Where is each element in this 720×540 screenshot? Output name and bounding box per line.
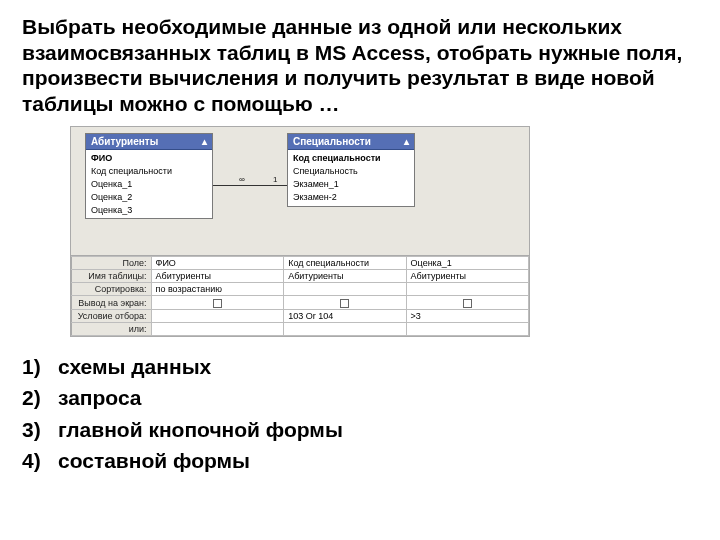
field: Экзамен-2	[288, 191, 414, 204]
table-title-1: Абитуриенты ▴	[86, 134, 212, 150]
checkbox-icon	[340, 299, 349, 308]
row-label-show: Вывод на экран:	[72, 296, 152, 309]
query-grid: Поле: ФИО Код специальности Оценка_1 Имя…	[70, 256, 530, 336]
qbe-cell: >3	[406, 309, 528, 322]
table-box-1: Абитуриенты ▴ ФИО Код специальности Оцен…	[85, 133, 213, 219]
relationship-line	[213, 185, 287, 186]
qbe-cell	[406, 296, 528, 309]
row-label-sort: Сортировка:	[72, 283, 152, 296]
table-row: или:	[72, 322, 529, 335]
table-fields-2: Код специальности Специальность Экзамен_…	[288, 150, 414, 205]
table-row: Сортировка: по возрастанию	[72, 283, 529, 296]
relation-many-icon: ∞	[239, 175, 245, 184]
row-label-criteria: Условие отбора:	[72, 309, 152, 322]
answer-number: 1)	[22, 351, 58, 383]
relation-one-icon: 1	[273, 175, 277, 184]
table-row: Вывод на экран:	[72, 296, 529, 309]
row-label-table: Имя таблицы:	[72, 270, 152, 283]
relationship-diagram: Абитуриенты ▴ ФИО Код специальности Оцен…	[70, 126, 530, 256]
answer-option-2: 2) запроса	[22, 382, 698, 414]
table-row: Поле: ФИО Код специальности Оценка_1	[72, 257, 529, 270]
field: Оценка_2	[86, 191, 212, 204]
row-label-or: или:	[72, 322, 152, 335]
qbe-cell	[284, 296, 406, 309]
table-title-1-text: Абитуриенты	[91, 136, 158, 147]
qbe-cell	[406, 283, 528, 296]
field: Экзамен_1	[288, 178, 414, 191]
answer-text: запроса	[58, 382, 698, 414]
answer-option-4: 4) составной формы	[22, 445, 698, 477]
qbe-cell: Абитуриенты	[284, 270, 406, 283]
close-icon: ▴	[202, 136, 207, 147]
qbe-cell	[284, 322, 406, 335]
qbe-cell	[406, 322, 528, 335]
answer-text: схемы данных	[58, 351, 698, 383]
field: Код специальности	[86, 165, 212, 178]
row-label-field: Поле:	[72, 257, 152, 270]
field: Специальность	[288, 165, 414, 178]
field: Оценка_3	[86, 204, 212, 217]
qbe-cell	[151, 296, 284, 309]
answer-text: составной формы	[58, 445, 698, 477]
table-title-2-text: Специальности	[293, 136, 371, 147]
qbe-cell: Абитуриенты	[151, 270, 284, 283]
field: Код специальности	[288, 152, 414, 165]
table-fields-1: ФИО Код специальности Оценка_1 Оценка_2 …	[86, 150, 212, 218]
checkbox-icon	[463, 299, 472, 308]
qbe-cell: 103 Or 104	[284, 309, 406, 322]
checkbox-icon	[213, 299, 222, 308]
field: ФИО	[86, 152, 212, 165]
answer-option-1: 1) схемы данных	[22, 351, 698, 383]
answer-number: 2)	[22, 382, 58, 414]
question-text: Выбрать необходимые данные из одной или …	[22, 14, 698, 116]
answer-text: главной кнопочной формы	[58, 414, 698, 446]
access-screenshot: Абитуриенты ▴ ФИО Код специальности Оцен…	[70, 126, 530, 336]
table-box-2: Специальности ▴ Код специальности Специа…	[287, 133, 415, 206]
answer-number: 3)	[22, 414, 58, 446]
qbe-cell	[284, 283, 406, 296]
qbe-cell: Код специальности	[284, 257, 406, 270]
qbe-cell	[151, 309, 284, 322]
qbe-cell: ФИО	[151, 257, 284, 270]
table-title-2: Специальности ▴	[288, 134, 414, 150]
qbe-cell	[151, 322, 284, 335]
close-icon: ▴	[404, 136, 409, 147]
qbe-cell: по возрастанию	[151, 283, 284, 296]
table-row: Имя таблицы: Абитуриенты Абитуриенты Аби…	[72, 270, 529, 283]
qbe-cell: Оценка_1	[406, 257, 528, 270]
answer-list: 1) схемы данных 2) запроса 3) главной кн…	[22, 351, 698, 477]
answer-number: 4)	[22, 445, 58, 477]
table-row: Условие отбора: 103 Or 104 >3	[72, 309, 529, 322]
field: Оценка_1	[86, 178, 212, 191]
qbe-cell: Абитуриенты	[406, 270, 528, 283]
answer-option-3: 3) главной кнопочной формы	[22, 414, 698, 446]
